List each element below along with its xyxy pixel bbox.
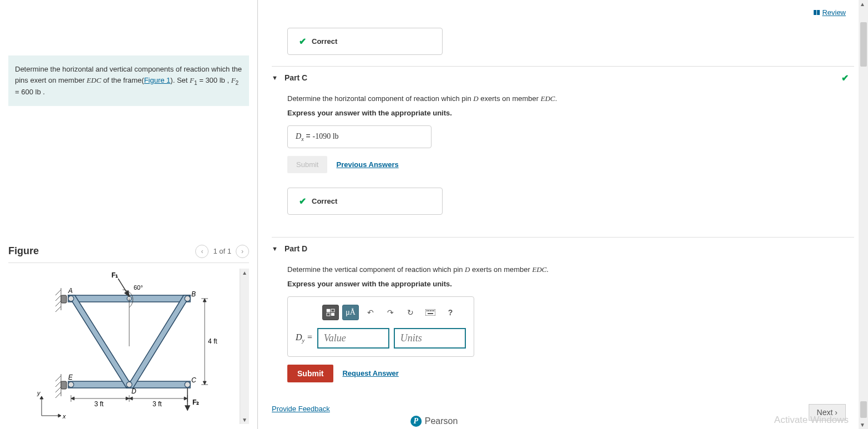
keyboard-icon[interactable] xyxy=(422,305,439,320)
svg-rect-63 xyxy=(427,310,428,311)
scroll-thumb[interactable] xyxy=(860,401,867,418)
svg-marker-20 xyxy=(68,295,133,388)
svg-marker-55 xyxy=(184,397,187,400)
svg-line-12 xyxy=(55,376,61,381)
svg-marker-54 xyxy=(129,397,133,400)
part-d-submit-button[interactable]: Submit xyxy=(287,365,333,382)
part-c-instruction: Determine the horizontal component of re… xyxy=(287,94,854,103)
scroll-down-icon[interactable]: ▼ xyxy=(859,421,868,429)
svg-marker-3 xyxy=(40,396,43,399)
part-d-request-answer-link[interactable]: Request Answer xyxy=(342,369,398,377)
svg-marker-44 xyxy=(203,299,206,302)
svg-line-9 xyxy=(55,301,61,306)
correct-text: Correct xyxy=(312,37,337,46)
check-icon: ✔ xyxy=(299,196,306,206)
svg-text:F₁: F₁ xyxy=(111,271,118,279)
part-c-previous-answers-link[interactable]: Previous Answers xyxy=(336,160,398,169)
svg-point-25 xyxy=(185,382,190,387)
figure-scrollbar[interactable]: ▲ ▼ xyxy=(240,269,249,424)
scroll-down-icon[interactable]: ▼ xyxy=(241,416,248,424)
scroll-up-icon[interactable]: ▲ xyxy=(241,269,248,277)
part-c-header[interactable]: ▼ Part C ✔ xyxy=(272,66,854,89)
svg-point-24 xyxy=(68,382,74,387)
main-scrollbar[interactable]: ▲ ▼ xyxy=(859,0,868,429)
svg-text:C: C xyxy=(191,376,196,384)
svg-line-7 xyxy=(55,290,61,295)
svg-rect-66 xyxy=(432,310,433,311)
part-d-answer-label: Dy = xyxy=(296,332,313,344)
svg-marker-2 xyxy=(58,414,61,417)
caret-down-icon: ▼ xyxy=(272,245,278,252)
provide-feedback-link[interactable]: Provide Feedback xyxy=(272,405,330,413)
svg-text:x: x xyxy=(62,413,66,420)
figure-diagram: x y xyxy=(8,269,240,426)
pager-prev-button[interactable]: ‹ xyxy=(195,245,209,258)
svg-marker-45 xyxy=(203,381,206,385)
left-panel: Determine the horizontal and vertical co… xyxy=(0,0,258,429)
svg-text:3 ft: 3 ft xyxy=(94,400,104,408)
footer-brand: P Pearson xyxy=(408,413,460,429)
svg-marker-52 xyxy=(71,397,74,400)
svg-line-14 xyxy=(55,387,61,392)
svg-rect-67 xyxy=(433,310,434,311)
svg-rect-60 xyxy=(327,313,330,316)
svg-text:F₂: F₂ xyxy=(192,398,199,406)
review-icon xyxy=(814,10,820,15)
problem-statement: Determine the horizontal and vertical co… xyxy=(8,55,249,106)
svg-marker-39 xyxy=(185,406,190,410)
templates-icon[interactable] xyxy=(322,305,339,320)
right-panel: Review ✔ Correct ▼ Part C ✔ Determine th… xyxy=(258,0,868,429)
part-c-submit-button: Submit xyxy=(287,156,327,173)
svg-marker-21 xyxy=(126,295,190,388)
svg-text:D: D xyxy=(131,387,136,395)
svg-line-15 xyxy=(55,392,61,398)
problem-member: EDC xyxy=(87,76,101,84)
part-c-check-icon: ✔ xyxy=(841,73,849,83)
answer-toolbar: μÅ ↶ ↷ ↻ ? xyxy=(322,305,466,320)
svg-rect-59 xyxy=(331,309,334,312)
part-d-body: Determine the vertical component of reac… xyxy=(272,260,854,393)
part-c-correct-box: ✔ Correct xyxy=(287,188,443,215)
pager-next-button[interactable]: › xyxy=(236,245,249,258)
pager-text: 1 of 1 xyxy=(213,247,231,255)
help-icon[interactable]: ? xyxy=(442,305,459,320)
part-b-correct-box: ✔ Correct xyxy=(287,28,443,55)
reset-icon[interactable]: ↻ xyxy=(402,305,419,320)
scroll-up-icon[interactable]: ▲ xyxy=(859,0,868,8)
part-d-answer-box: μÅ ↶ ↷ ↻ ? Dy = xyxy=(287,296,474,357)
redo-icon[interactable]: ↷ xyxy=(382,305,399,320)
part-c-title: Part C xyxy=(285,73,307,82)
scroll-thumb[interactable] xyxy=(860,22,867,67)
svg-text:60°: 60° xyxy=(134,284,143,291)
part-c-instruction2: Express your answer with the appropriate… xyxy=(287,109,854,117)
part-c-answer: Dx = -1090 lb xyxy=(287,125,432,148)
svg-rect-17 xyxy=(61,381,67,389)
review-link[interactable]: Review xyxy=(814,8,846,17)
svg-point-22 xyxy=(68,296,74,301)
part-d-instruction: Determine the vertical component of reac… xyxy=(287,265,854,274)
part-d-instruction2: Express your answer with the appropriate… xyxy=(287,280,854,288)
svg-text:A: A xyxy=(68,287,73,295)
svg-text:B: B xyxy=(191,290,196,298)
units-icon[interactable]: μÅ xyxy=(342,305,359,320)
caret-down-icon: ▼ xyxy=(272,74,278,81)
svg-line-8 xyxy=(55,295,61,301)
svg-line-10 xyxy=(55,306,61,312)
svg-point-26 xyxy=(126,382,132,387)
svg-rect-62 xyxy=(425,309,435,316)
svg-rect-65 xyxy=(430,310,431,311)
check-icon: ✔ xyxy=(299,36,306,47)
figure-link[interactable]: Figure 1 xyxy=(144,76,171,84)
value-input[interactable] xyxy=(317,328,389,349)
svg-rect-64 xyxy=(428,310,429,311)
svg-text:E: E xyxy=(68,374,73,381)
figure-pager: ‹ 1 of 1 › xyxy=(195,245,249,258)
svg-text:y: y xyxy=(37,390,41,396)
svg-point-23 xyxy=(185,296,190,301)
figure-title: Figure xyxy=(8,245,39,257)
svg-marker-53 xyxy=(126,397,129,400)
part-d-header[interactable]: ▼ Part D xyxy=(272,237,854,260)
part-d-title: Part D xyxy=(285,244,307,253)
undo-icon[interactable]: ↶ xyxy=(362,305,379,320)
units-input[interactable] xyxy=(394,328,466,349)
